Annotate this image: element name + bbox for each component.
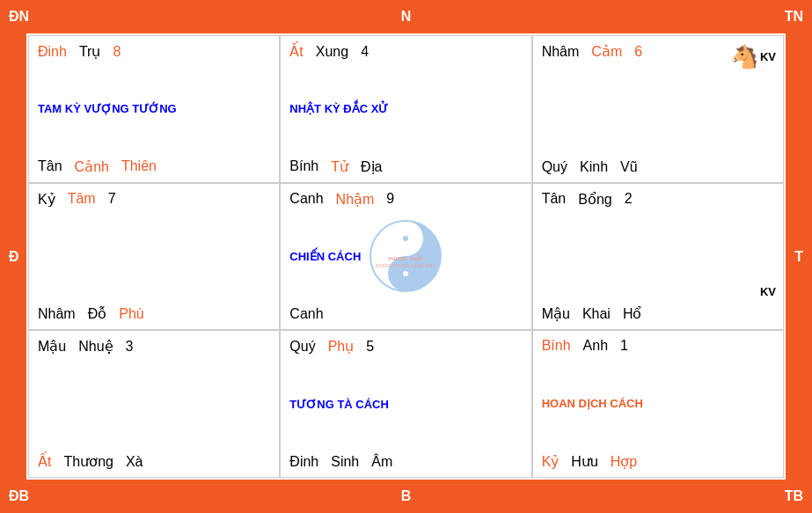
cell-top-item-0: Nhâm [542,44,580,60]
cell-mid-center: CanhNhậm9 PHONG THỦY INTERNATIONAL FENG … [280,183,531,331]
cell-top-item-1: Nhậm [336,191,375,208]
cell-title: CHIẾN CÁCH [289,250,361,263]
cell-top-item-0: Bính [542,338,571,354]
cell-top-item-2: 4 [361,44,369,60]
cell-mid-row: TAM KỲ VƯỢNG TƯỚNG [38,60,270,158]
cell-mid-row [542,60,774,159]
cell-top-item-1: Xung [316,44,348,60]
cell-bot-row: ẤtThươngXà [38,453,270,470]
cell-mid-row [38,355,270,453]
cell-top-row: QuýPhụ5 [289,338,522,355]
cell-bot-row: TânCảnhThiên [38,158,270,175]
cell-mid-row: NHẬT KỲ ĐẮC XỬ [289,60,522,158]
cell-top-item-0: Quý [289,339,315,355]
cell-mid-row [542,208,774,306]
cell-bot-item-2: Thiên [121,158,157,174]
cell-top-left: ĐinhTrụ8TAM KỲ VƯỢNG TƯỚNGTânCảnhThiên [28,35,280,183]
cell-top-row: TânBổng2 [542,191,774,208]
direction-t: T [794,249,803,265]
cell-bot-item-1: Thương [63,453,113,470]
kv-label: KV [760,50,776,63]
cell-top-item-0: Mậu [38,338,66,355]
cell-top-item-0: Ất [289,43,303,60]
cell-bot-row: MậuKhaiHổ [542,305,774,322]
horse-icon: 🐴 [730,43,758,70]
cell-title: NHẬT KỲ ĐẮC XỬ [289,102,388,115]
cell-mid-row [38,208,270,306]
direction-tn: TN [785,9,803,25]
direction-dn: ĐN [9,9,29,25]
cell-bot-item-1: Cảnh [75,158,109,175]
cell-top-item-1: Trụ [79,43,101,60]
direction-tb: TB [785,488,803,504]
cell-bot-row: Canh [289,306,522,322]
cell-top-center: ẤtXung4NHẬT KỲ ĐẮC XỬBínhTửĐịa [280,35,531,183]
cell-bot-item-2: Phù [119,306,143,322]
cell-mid-row: HOAN DỊCH CÁCH [542,354,774,453]
cell-top-item-2: 3 [126,339,134,355]
cell-mid-left: KỷTâm7NhâmĐỗPhù [28,183,280,331]
cell-top-item-2: 1 [620,338,628,354]
cell-bot-item-0: Ất [38,453,51,470]
cell-top-row: MậuNhuệ3 [38,338,270,355]
cell-bot-item-1: Đỗ [88,305,107,322]
cell-bot-item-2: Địa [361,158,382,175]
cell-top-item-0: Tân [542,191,567,207]
cell-bot-item-0: Quý [542,159,567,175]
cell-top-right: 🐴KVNhâmCảm6QuýKinhVũ [532,35,784,183]
cell-top-row: CanhNhậm9 [289,191,522,208]
cell-top-item-1: Cảm [591,43,622,60]
cell-top-item-1: Phụ [328,338,355,355]
cell-top-item-2: 2 [625,191,633,207]
cell-mid-right: TânBổng2KVMậuKhaiHổ [532,183,784,331]
cell-top-item-1: Bổng [578,191,611,208]
kv-badge: 🐴KV [730,43,776,70]
cell-top-row: ĐinhTrụ8 [38,43,270,60]
cell-bot-item-1: Kinh [580,159,608,175]
cell-top-item-2: 9 [386,191,394,207]
cell-top-item-0: Đinh [38,44,67,60]
cell-bot-item-0: Mậu [542,305,570,322]
cell-mid-row: TƯƠNG TÀ CÁCH [289,355,522,454]
cell-bot-row: NhâmĐỗPhù [38,305,270,322]
cell-title: TƯƠNG TÀ CÁCH [289,398,389,411]
cell-bot-row: BínhTửĐịa [289,158,522,175]
cell-bot-item-2: Hợp [611,453,637,470]
cell-mid-row: CHIẾN CÁCH [289,208,522,307]
direction-d: Đ [9,249,19,265]
cell-bot-left: MậuNhuệ3ẤtThươngXà [28,330,280,478]
cell-bot-item-2: Vũ [620,159,638,175]
cell-bot-center: QuýPhụ5TƯƠNG TÀ CÁCHĐinhSinhÂm [280,330,531,478]
cell-top-item-2: 7 [108,191,116,207]
cell-top-item-2: 6 [634,44,642,60]
cell-top-item-1: Anh [583,338,608,354]
main-grid: ĐinhTrụ8TAM KỲ VƯỢNG TƯỚNGTânCảnhThiênẤt… [26,33,786,480]
cell-top-item-1: Nhuệ [78,338,113,355]
cell-bot-item-1: Sinh [331,454,359,470]
cell-bot-item-2: Âm [371,454,392,470]
cell-bot-item-0: Canh [289,306,323,322]
cell-top-item-2: 8 [113,44,121,60]
kv-bottom-label: KV [760,285,776,298]
cell-top-row: KỷTâm7 [38,191,270,208]
cell-bot-item-0: Tân [38,158,62,174]
cell-bot-item-0: Bính [289,158,318,174]
cell-top-row: ẤtXung4 [289,43,522,60]
direction-db: ĐB [9,488,29,504]
cell-bot-row: QuýKinhVũ [542,159,774,175]
cell-top-item-0: Canh [289,191,323,207]
cell-bot-right: BínhAnh1HOAN DỊCH CÁCHKỷHưuHợp [532,330,784,478]
cell-bot-item-1: Hưu [571,453,597,470]
cell-top-item-1: Tâm [68,191,96,207]
cell-bot-item-0: Kỷ [542,453,560,470]
cell-title: TAM KỲ VƯỢNG TƯỚNG [38,102,177,115]
cell-bot-item-1: Tử [331,158,348,175]
cell-bot-item-2: Xà [126,454,143,470]
direction-b: B [401,488,412,504]
cell-bot-item-0: Nhâm [38,306,76,322]
cell-bot-row: KỷHưuHợp [542,453,774,470]
cell-top-item-0: Kỷ [38,191,55,208]
cell-bot-item-2: Hổ [623,305,642,322]
cell-title: HOAN DỊCH CÁCH [542,397,643,410]
cell-bot-item-1: Khai [582,306,611,322]
